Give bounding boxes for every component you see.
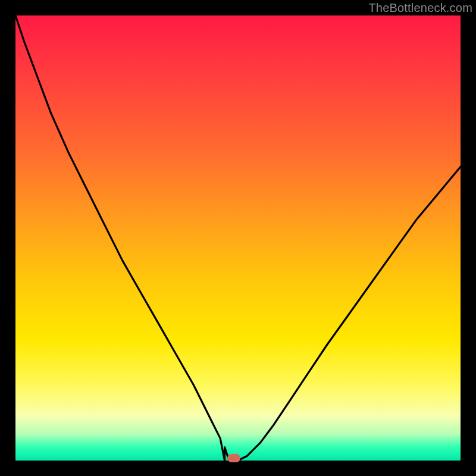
- plot-area: [15, 15, 461, 461]
- watermark-text: TheBottleneck.com: [368, 1, 472, 15]
- minimum-marker: [227, 454, 240, 462]
- chart-container: TheBottleneck.com: [0, 0, 476, 476]
- bottleneck-curve: [15, 15, 461, 461]
